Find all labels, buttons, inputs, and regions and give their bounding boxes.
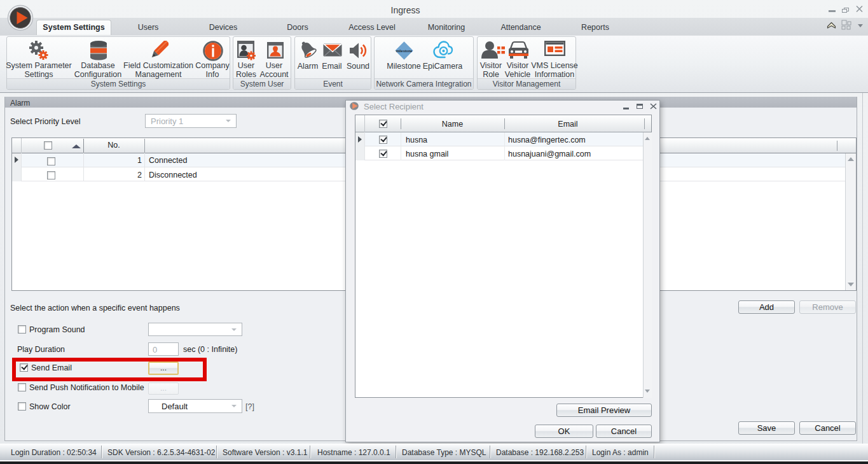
svg-text:milestone: milestone — [396, 49, 413, 53]
